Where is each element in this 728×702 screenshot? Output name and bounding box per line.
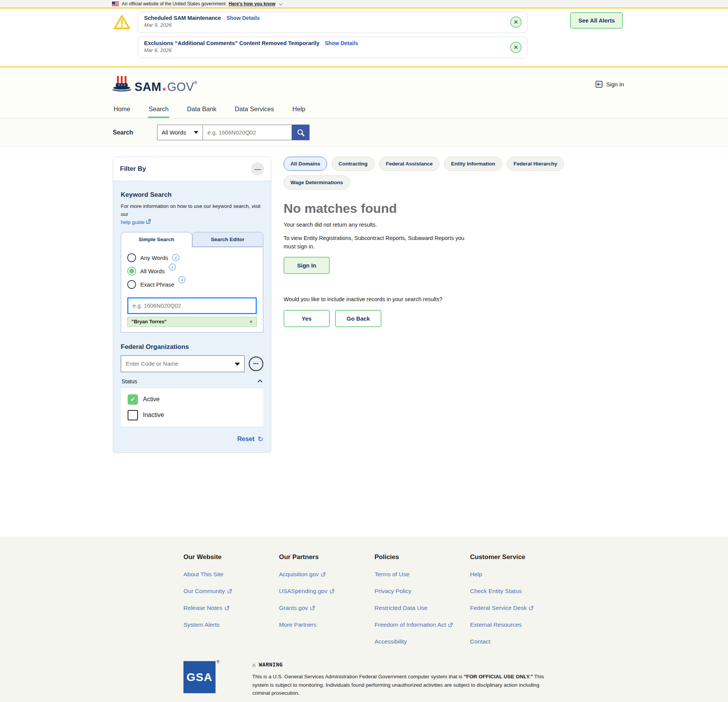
nav-item-data-bank[interactable]: Data Bank: [186, 101, 217, 118]
external-link-icon: [321, 572, 326, 577]
pill-federal-assistance[interactable]: Federal Assistance: [379, 157, 440, 171]
pill-all-domains[interactable]: All Domains: [284, 157, 327, 171]
gov-banner: An official website of the United States…: [0, 0, 728, 8]
registered-icon: ®: [194, 80, 198, 85]
footer-link-acquisition-gov[interactable]: Acquisition.gov: [279, 571, 375, 578]
registered-icon: ®: [217, 660, 219, 664]
radio-exact-phrase[interactable]: [127, 280, 136, 289]
page-footer: Our Website About This Site Our Communit…: [0, 537, 728, 655]
see-all-alerts-button[interactable]: See All Alerts: [570, 12, 623, 29]
status-checkbox-panel: ✓ Active Inactive: [121, 388, 263, 426]
chevron-up-icon[interactable]: [258, 380, 263, 385]
radio-all-words-label: All Words: [140, 268, 165, 274]
footer-link-check-entity-status[interactable]: Check Entity Status: [470, 588, 566, 595]
go-back-button[interactable]: Go Back: [335, 310, 381, 327]
reset-button[interactable]: Reset ↻: [121, 435, 263, 443]
chevron-down-icon[interactable]: [279, 2, 283, 5]
search-input[interactable]: [203, 125, 292, 140]
footer-link-release-notes[interactable]: Release Notes: [183, 605, 279, 611]
nav-item-data-services[interactable]: Data Services: [234, 101, 275, 118]
chip-close-icon[interactable]: ×: [250, 319, 253, 325]
tab-search-editor[interactable]: Search Editor: [192, 232, 264, 247]
alert-date: Mar 6, 2026: [144, 47, 504, 53]
reset-icon: ↻: [258, 435, 263, 443]
footer-link-external-resources[interactable]: External Resources: [470, 621, 566, 628]
show-details-link[interactable]: Show Details: [325, 40, 358, 46]
footer-link-about-this-site[interactable]: About This Site: [183, 571, 279, 578]
keyword-input[interactable]: [127, 297, 257, 314]
footer-col-policies: Policies Terms of Use Privacy Policy Res…: [375, 553, 470, 645]
footer-link-restricted-data-use[interactable]: Restricted Data Use: [375, 605, 470, 611]
nav-item-help[interactable]: Help: [292, 101, 306, 118]
footer-link-our-community[interactable]: Our Community: [183, 588, 279, 595]
external-link-icon: [330, 589, 334, 593]
close-alert-button[interactable]: ✕: [510, 42, 522, 53]
external-link-icon: [448, 623, 453, 627]
external-link-icon: [227, 589, 232, 593]
show-details-link[interactable]: Show Details: [226, 15, 259, 21]
footer-link-terms-of-use[interactable]: Terms of Use: [375, 571, 470, 578]
pill-entity-information[interactable]: Entity Information: [444, 157, 502, 171]
alert-card: Scheduled SAM Maintenance Show Details M…: [138, 11, 527, 33]
nav-item-home[interactable]: Home: [113, 101, 131, 118]
pill-contracting[interactable]: Contracting: [332, 157, 375, 171]
checkbox-inactive[interactable]: [128, 410, 138, 420]
footer-heading: Our Website: [183, 553, 279, 561]
header-sign-in[interactable]: Sign In: [595, 80, 624, 88]
alert-date: Mar 9, 2026: [144, 22, 504, 28]
warning-triangle-icon: [113, 14, 131, 30]
footer-col-customer-service: Customer Service Help Check Entity Statu…: [470, 553, 566, 645]
radio-any-words[interactable]: [127, 253, 136, 262]
footer-link-federal-service-desk[interactable]: Federal Service Desk: [470, 605, 566, 611]
federal-orgs-combobox[interactable]: [121, 355, 245, 372]
main-content: Filter By — Keyword Search For more info…: [0, 147, 728, 537]
info-icon[interactable]: i: [178, 276, 185, 283]
footer-link-foia[interactable]: Freedom of Information Act: [375, 621, 470, 628]
warning-section: GSA ® ⚠ WARNING This is a U.S. General S…: [0, 655, 728, 702]
checkbox-active-label: Active: [143, 396, 160, 403]
search-icon: [297, 128, 305, 137]
footer-link-help[interactable]: Help: [470, 571, 566, 578]
search-type-select[interactable]: All Words: [157, 125, 203, 140]
pill-wage-determinations[interactable]: Wage Determinations: [284, 175, 350, 190]
help-guide-link[interactable]: help guide: [121, 219, 144, 225]
nav-item-search[interactable]: Search: [148, 101, 169, 118]
collapse-filter-button[interactable]: —: [251, 162, 264, 175]
close-alert-button[interactable]: ✕: [510, 16, 522, 28]
footer-link-more-partners[interactable]: More Partners: [279, 621, 375, 628]
tab-simple-search[interactable]: Simple Search: [121, 232, 192, 247]
external-link-icon: [529, 606, 533, 610]
more-options-button[interactable]: •••: [249, 357, 263, 371]
footer-heading: Customer Service: [470, 553, 566, 561]
footer-link-usaspending-gov[interactable]: USASpending.gov: [279, 588, 375, 595]
external-link-icon: [310, 606, 315, 610]
footer-link-system-alerts[interactable]: System Alerts: [183, 621, 279, 628]
federal-orgs-input[interactable]: [121, 355, 245, 372]
footer-col-our-website: Our Website About This Site Our Communit…: [183, 553, 279, 645]
footer-link-grants-gov[interactable]: Grants.gov: [279, 605, 375, 611]
radio-all-words[interactable]: [127, 267, 136, 276]
gsa-logo: GSA: [183, 661, 216, 693]
search-button[interactable]: [292, 125, 310, 140]
sam-gov-logo[interactable]: SAM★GOV®: [112, 75, 197, 93]
warning-icon: ⚠: [252, 661, 256, 668]
close-icon: ✕: [514, 44, 519, 50]
alert-card: Exclusions “Additional Comments” Content…: [138, 37, 527, 58]
info-icon[interactable]: i: [172, 254, 179, 261]
yes-button[interactable]: Yes: [284, 310, 330, 327]
no-matches-title: No matches found: [284, 201, 612, 216]
status-toggle[interactable]: Status: [121, 378, 263, 384]
brand-gov: GOV: [167, 80, 194, 94]
external-link-icon: [146, 219, 151, 224]
warning-title: WARNING: [259, 661, 283, 668]
info-icon[interactable]: i: [169, 264, 176, 271]
pill-federal-hierarchy[interactable]: Federal Hierarchy: [507, 157, 564, 171]
footer-link-contact[interactable]: Contact: [470, 638, 566, 645]
warning-paragraph-1: This is a U.S. General Services Administ…: [252, 673, 550, 697]
footer-link-accessibility[interactable]: Accessibility: [375, 638, 470, 645]
check-icon: ✓: [130, 396, 135, 403]
checkbox-active[interactable]: ✓: [128, 394, 138, 405]
footer-link-privacy-policy[interactable]: Privacy Policy: [375, 588, 470, 595]
sign-in-button[interactable]: Sign In: [284, 257, 330, 274]
how-you-know-link[interactable]: Here's how you know: [229, 1, 275, 6]
